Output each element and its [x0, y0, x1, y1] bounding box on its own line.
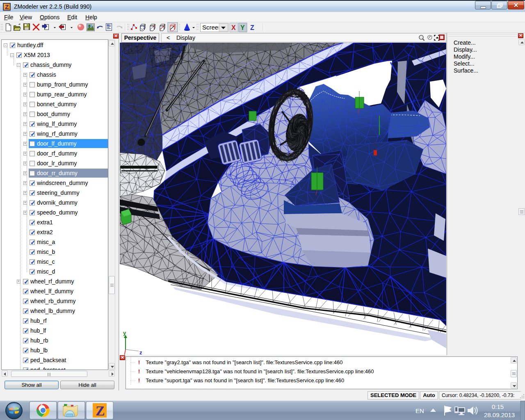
svg-text:y: y	[123, 330, 126, 336]
svg-text:X: X	[231, 24, 236, 31]
svg-text:Z: Z	[96, 403, 105, 418]
svg-text:Z: Z	[250, 24, 254, 31]
svg-text:Screen: Screen	[202, 24, 222, 31]
svg-text:EN: EN	[415, 407, 424, 414]
svg-text:Y: Y	[240, 24, 245, 31]
svg-text:0:15: 0:15	[492, 403, 504, 410]
svg-text:z: z	[139, 349, 142, 355]
svg-text:28.09.2013: 28.09.2013	[484, 411, 515, 418]
